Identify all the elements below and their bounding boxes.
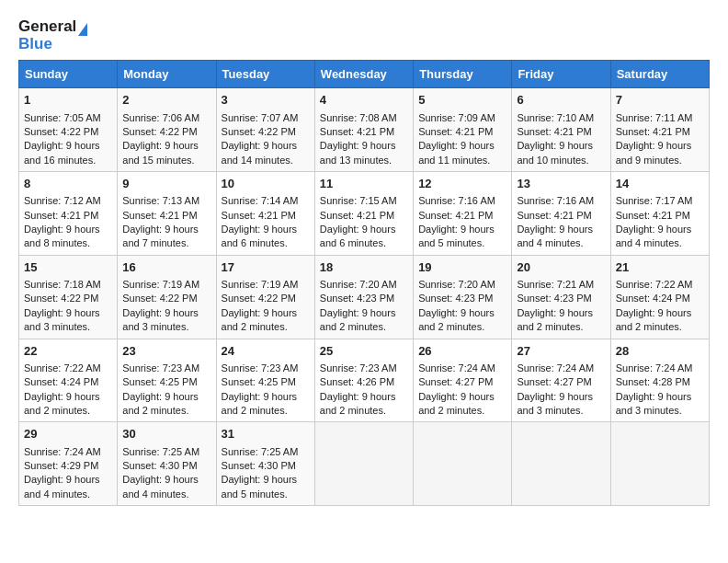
day-number: 22	[24, 343, 112, 360]
calendar-cell: 22Sunrise: 7:22 AM Sunset: 4:24 PM Dayli…	[19, 339, 118, 422]
day-number: 5	[418, 92, 506, 109]
day-number: 25	[320, 343, 408, 360]
calendar-cell: 25Sunrise: 7:23 AM Sunset: 4:26 PM Dayli…	[314, 339, 413, 422]
calendar-cell: 11Sunrise: 7:15 AM Sunset: 4:21 PM Dayli…	[314, 172, 413, 256]
day-number: 30	[122, 426, 210, 442]
day-number: 28	[616, 343, 704, 360]
day-info: Sunrise: 7:07 AM Sunset: 4:22 PM Dayligh…	[222, 112, 299, 166]
calendar-cell: 8Sunrise: 7:12 AM Sunset: 4:21 PM Daylig…	[19, 172, 118, 256]
calendar-cell: 13Sunrise: 7:16 AM Sunset: 4:21 PM Dayli…	[512, 172, 610, 256]
calendar-week-row: 29Sunrise: 7:24 AM Sunset: 4:29 PM Dayli…	[19, 422, 710, 506]
day-info: Sunrise: 7:23 AM Sunset: 4:26 PM Dayligh…	[320, 362, 397, 416]
day-info: Sunrise: 7:22 AM Sunset: 4:24 PM Dayligh…	[24, 362, 101, 416]
calendar-cell: 4Sunrise: 7:08 AM Sunset: 4:21 PM Daylig…	[314, 88, 413, 172]
day-info: Sunrise: 7:22 AM Sunset: 4:24 PM Dayligh…	[616, 279, 693, 332]
calendar-week-row: 8Sunrise: 7:12 AM Sunset: 4:21 PM Daylig…	[19, 172, 710, 256]
day-info: Sunrise: 7:14 AM Sunset: 4:21 PM Dayligh…	[222, 195, 299, 248]
calendar-header-row: SundayMondayTuesdayWednesdayThursdayFrid…	[19, 61, 710, 88]
calendar-cell: 23Sunrise: 7:23 AM Sunset: 4:25 PM Dayli…	[118, 339, 216, 422]
calendar-cell	[314, 422, 413, 506]
calendar-cell	[414, 422, 512, 506]
calendar-cell: 20Sunrise: 7:21 AM Sunset: 4:23 PM Dayli…	[512, 255, 610, 339]
calendar-cell: 31Sunrise: 7:25 AM Sunset: 4:30 PM Dayli…	[216, 422, 314, 506]
day-number: 20	[517, 259, 605, 276]
calendar-cell: 16Sunrise: 7:19 AM Sunset: 4:22 PM Dayli…	[118, 255, 216, 339]
day-number: 18	[320, 259, 408, 276]
day-info: Sunrise: 7:08 AM Sunset: 4:21 PM Dayligh…	[320, 112, 397, 166]
day-header-saturday: Saturday	[610, 61, 709, 88]
day-number: 6	[517, 92, 605, 109]
day-number: 31	[222, 426, 310, 442]
day-info: Sunrise: 7:24 AM Sunset: 4:28 PM Dayligh…	[616, 362, 693, 416]
calendar-table: SundayMondayTuesdayWednesdayThursdayFrid…	[18, 60, 710, 506]
calendar-week-row: 22Sunrise: 7:22 AM Sunset: 4:24 PM Dayli…	[19, 339, 710, 422]
day-header-monday: Monday	[118, 61, 216, 88]
day-number: 26	[418, 343, 506, 360]
calendar-cell: 5Sunrise: 7:09 AM Sunset: 4:21 PM Daylig…	[414, 88, 512, 172]
day-info: Sunrise: 7:10 AM Sunset: 4:21 PM Dayligh…	[517, 112, 594, 166]
calendar-cell	[512, 422, 610, 506]
calendar-cell: 6Sunrise: 7:10 AM Sunset: 4:21 PM Daylig…	[512, 88, 610, 172]
day-header-friday: Friday	[512, 61, 610, 88]
day-number: 3	[222, 92, 310, 109]
day-number: 9	[122, 176, 210, 192]
calendar-cell: 30Sunrise: 7:25 AM Sunset: 4:30 PM Dayli…	[118, 422, 216, 506]
day-info: Sunrise: 7:24 AM Sunset: 4:29 PM Dayligh…	[24, 446, 101, 500]
day-info: Sunrise: 7:21 AM Sunset: 4:23 PM Dayligh…	[517, 279, 594, 332]
day-header-thursday: Thursday	[414, 61, 512, 88]
day-info: Sunrise: 7:25 AM Sunset: 4:30 PM Dayligh…	[122, 446, 199, 500]
logo: General Blue	[18, 18, 87, 52]
day-info: Sunrise: 7:11 AM Sunset: 4:21 PM Dayligh…	[616, 112, 693, 166]
calendar-cell: 10Sunrise: 7:14 AM Sunset: 4:21 PM Dayli…	[216, 172, 314, 256]
day-number: 12	[418, 176, 506, 192]
calendar-cell: 3Sunrise: 7:07 AM Sunset: 4:22 PM Daylig…	[216, 88, 314, 172]
day-number: 1	[24, 92, 112, 109]
day-number: 4	[320, 92, 408, 109]
day-info: Sunrise: 7:23 AM Sunset: 4:25 PM Dayligh…	[222, 362, 299, 416]
day-number: 14	[616, 176, 704, 192]
day-info: Sunrise: 7:18 AM Sunset: 4:22 PM Dayligh…	[24, 279, 101, 332]
day-number: 17	[222, 259, 310, 276]
day-info: Sunrise: 7:16 AM Sunset: 4:21 PM Dayligh…	[418, 195, 495, 248]
day-info: Sunrise: 7:19 AM Sunset: 4:22 PM Dayligh…	[122, 279, 199, 332]
logo-general: General	[18, 18, 87, 36]
calendar-cell: 9Sunrise: 7:13 AM Sunset: 4:21 PM Daylig…	[118, 172, 216, 256]
day-number: 27	[517, 343, 605, 360]
day-info: Sunrise: 7:24 AM Sunset: 4:27 PM Dayligh…	[418, 362, 495, 416]
calendar-cell: 21Sunrise: 7:22 AM Sunset: 4:24 PM Dayli…	[610, 255, 709, 339]
calendar-cell: 1Sunrise: 7:05 AM Sunset: 4:22 PM Daylig…	[19, 88, 118, 172]
day-number: 29	[24, 426, 112, 442]
day-number: 8	[24, 176, 112, 192]
calendar-cell: 19Sunrise: 7:20 AM Sunset: 4:23 PM Dayli…	[414, 255, 512, 339]
calendar-cell: 7Sunrise: 7:11 AM Sunset: 4:21 PM Daylig…	[610, 88, 709, 172]
day-header-sunday: Sunday	[19, 61, 118, 88]
day-number: 2	[122, 92, 210, 109]
day-info: Sunrise: 7:19 AM Sunset: 4:22 PM Dayligh…	[222, 279, 299, 332]
calendar-cell: 2Sunrise: 7:06 AM Sunset: 4:22 PM Daylig…	[118, 88, 216, 172]
calendar-week-row: 1Sunrise: 7:05 AM Sunset: 4:22 PM Daylig…	[19, 88, 710, 172]
day-info: Sunrise: 7:20 AM Sunset: 4:23 PM Dayligh…	[418, 279, 495, 332]
day-info: Sunrise: 7:09 AM Sunset: 4:21 PM Dayligh…	[418, 112, 495, 166]
header: General Blue	[18, 15, 710, 52]
day-number: 19	[418, 259, 506, 276]
calendar-cell: 28Sunrise: 7:24 AM Sunset: 4:28 PM Dayli…	[610, 339, 709, 422]
day-number: 11	[320, 176, 408, 192]
day-info: Sunrise: 7:16 AM Sunset: 4:21 PM Dayligh…	[517, 195, 594, 248]
day-info: Sunrise: 7:17 AM Sunset: 4:21 PM Dayligh…	[616, 195, 693, 248]
day-info: Sunrise: 7:06 AM Sunset: 4:22 PM Dayligh…	[122, 112, 199, 166]
calendar-cell: 29Sunrise: 7:24 AM Sunset: 4:29 PM Dayli…	[19, 422, 118, 506]
calendar-cell: 14Sunrise: 7:17 AM Sunset: 4:21 PM Dayli…	[610, 172, 709, 256]
calendar-cell	[610, 422, 709, 506]
day-number: 21	[616, 259, 704, 276]
calendar-cell: 12Sunrise: 7:16 AM Sunset: 4:21 PM Dayli…	[414, 172, 512, 256]
day-number: 13	[517, 176, 605, 192]
logo-wordmark: General Blue	[18, 18, 87, 52]
day-info: Sunrise: 7:05 AM Sunset: 4:22 PM Dayligh…	[24, 112, 101, 166]
day-number: 7	[616, 92, 704, 109]
day-info: Sunrise: 7:13 AM Sunset: 4:21 PM Dayligh…	[122, 195, 199, 248]
calendar-cell: 17Sunrise: 7:19 AM Sunset: 4:22 PM Dayli…	[216, 255, 314, 339]
day-number: 24	[222, 343, 310, 360]
day-info: Sunrise: 7:15 AM Sunset: 4:21 PM Dayligh…	[320, 195, 397, 248]
day-number: 15	[24, 259, 112, 276]
day-info: Sunrise: 7:12 AM Sunset: 4:21 PM Dayligh…	[24, 195, 101, 248]
